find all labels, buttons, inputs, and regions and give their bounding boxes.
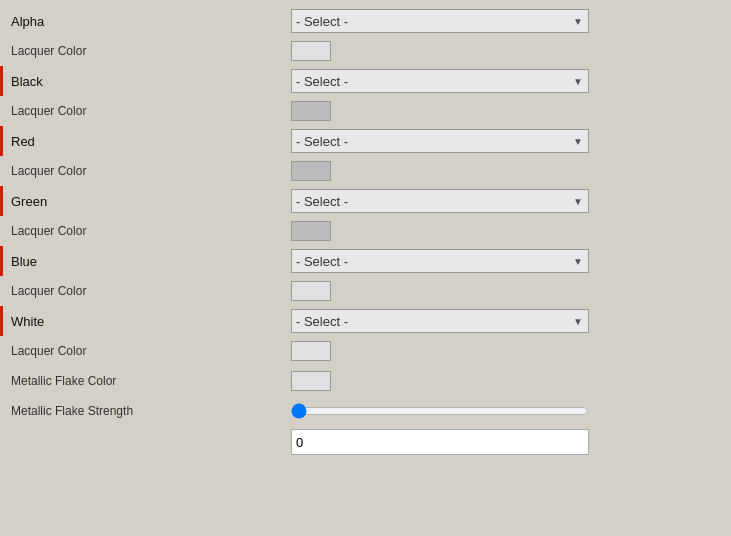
red-lacquer-row: Lacquer Color [0,156,731,186]
red-select-wrapper: - Select - [291,129,589,153]
white-select[interactable]: - Select - [291,309,589,333]
blue-select[interactable]: - Select - [291,249,589,273]
alpha-control: - Select - [291,9,723,33]
blue-lacquer-label: Lacquer Color [11,284,291,298]
white-lacquer-control [291,341,723,361]
metallic-flake-strength-slider[interactable] [291,403,589,419]
metallic-flake-strength-row: Metallic Flake Strength [0,396,731,426]
alpha-lacquer-label: Lacquer Color [11,44,291,58]
blue-select-wrapper: - Select - [291,249,589,273]
black-select[interactable]: - Select - [291,69,589,93]
white-lacquer-row: Lacquer Color [0,336,731,366]
green-select[interactable]: - Select - [291,189,589,213]
green-row: Green - Select - [0,186,731,216]
blue-lacquer-row: Lacquer Color [0,276,731,306]
black-lacquer-control [291,101,723,121]
white-label: White [11,314,291,329]
green-control: - Select - [291,189,723,213]
metallic-flake-value-row [0,426,731,458]
alpha-select-wrapper: - Select - [291,9,589,33]
white-control: - Select - [291,309,723,333]
metallic-flake-color-control [291,371,723,391]
black-lacquer-label: Lacquer Color [11,104,291,118]
alpha-select[interactable]: - Select - [291,9,589,33]
alpha-label: Alpha [11,14,291,29]
blue-control: - Select - [291,249,723,273]
green-lacquer-control [291,221,723,241]
black-row: Black - Select - [0,66,731,96]
alpha-lacquer-colorbox[interactable] [291,41,331,61]
green-lacquer-label: Lacquer Color [11,224,291,238]
metallic-flake-value-input[interactable] [291,429,589,455]
red-label: Red [11,134,291,149]
white-lacquer-label: Lacquer Color [11,344,291,358]
red-select[interactable]: - Select - [291,129,589,153]
metallic-flake-color-label: Metallic Flake Color [11,374,291,388]
metallic-flake-strength-label: Metallic Flake Strength [11,404,291,418]
red-lacquer-label: Lacquer Color [11,164,291,178]
alpha-lacquer-control [291,41,723,61]
black-control: - Select - [291,69,723,93]
green-lacquer-row: Lacquer Color [0,216,731,246]
metallic-flake-value-control [291,429,723,455]
green-select-wrapper: - Select - [291,189,589,213]
blue-label: Blue [11,254,291,269]
black-select-wrapper: - Select - [291,69,589,93]
black-label: Black [11,74,291,89]
red-lacquer-colorbox[interactable] [291,161,331,181]
metallic-flake-color-row: Metallic Flake Color [0,366,731,396]
green-lacquer-colorbox[interactable] [291,221,331,241]
alpha-lacquer-row: Lacquer Color [0,36,731,66]
alpha-row: Alpha - Select - [0,6,731,36]
white-select-wrapper: - Select - [291,309,589,333]
form-container: Alpha - Select - Lacquer Color Black - S… [0,0,731,464]
green-label: Green [11,194,291,209]
black-lacquer-row: Lacquer Color [0,96,731,126]
white-row: White - Select - [0,306,731,336]
blue-row: Blue - Select - [0,246,731,276]
blue-lacquer-control [291,281,723,301]
white-lacquer-colorbox[interactable] [291,341,331,361]
black-lacquer-colorbox[interactable] [291,101,331,121]
red-row: Red - Select - [0,126,731,156]
blue-lacquer-colorbox[interactable] [291,281,331,301]
metallic-flake-strength-control [291,403,723,419]
red-control: - Select - [291,129,723,153]
red-lacquer-control [291,161,723,181]
metallic-flake-colorbox[interactable] [291,371,331,391]
